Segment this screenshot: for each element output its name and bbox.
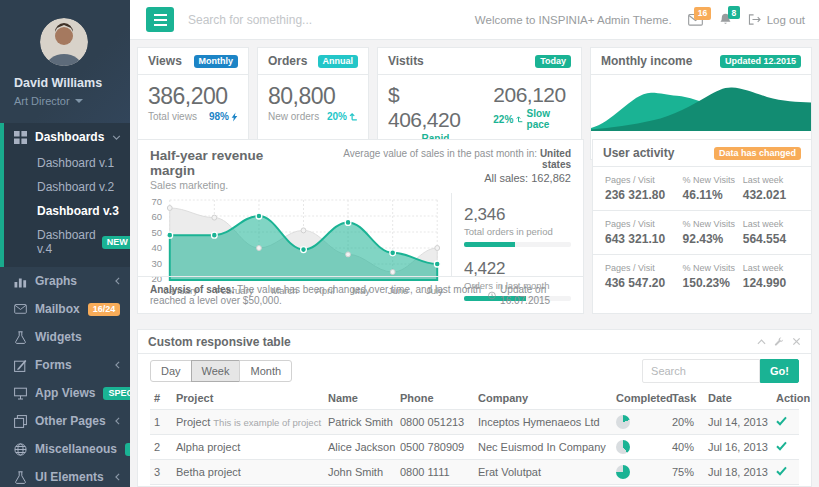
pencil-square-icon — [14, 359, 27, 372]
chevron-left-icon — [115, 361, 120, 369]
table-row: 1 Project This is example of project Pat… — [150, 410, 799, 435]
sidebar-item-label: Forms — [35, 358, 107, 372]
updated-badge: Updated 12.2015 — [720, 55, 801, 68]
pages-visit-label: Pages / Visit — [605, 175, 683, 185]
sidebar-profile: David Williams Art Director — [0, 0, 130, 123]
completed-pie-chart — [616, 465, 630, 479]
table-panel-title: Custom responsive table — [148, 335, 291, 349]
action-check-icon[interactable] — [776, 416, 787, 426]
col-project: Project — [172, 389, 324, 410]
phone-number: 0800 1111 — [396, 460, 474, 485]
y-tick: 30 — [148, 258, 162, 269]
close-panel-icon[interactable] — [792, 337, 801, 346]
contact-name: Alice Jackson — [324, 435, 396, 460]
mailbox-count-badge: 16/24 — [88, 303, 121, 316]
task-percent: 40% — [668, 435, 704, 460]
flask-icon — [14, 471, 27, 484]
new-visits-label: % New Visits — [683, 175, 743, 185]
sidebar-item-graphs[interactable]: Graphs — [0, 267, 130, 295]
action-check-icon[interactable] — [776, 466, 787, 476]
sidebar-item-dashboards[interactable]: Dashboards — [4, 123, 130, 151]
task-percent: 75% — [668, 460, 704, 485]
sidebar-item-label: Graphs — [35, 274, 107, 288]
sidebar-item-dashboard-v3[interactable]: Dashboard v.3 — [4, 199, 130, 223]
hamburger-menu-button[interactable] — [146, 7, 174, 32]
new-badge: NEW — [102, 236, 130, 249]
search-input[interactable] — [188, 13, 428, 27]
last-week-value: 564.554 — [743, 232, 799, 246]
last-week-value: 124.990 — [743, 276, 799, 290]
sidebar-item-dashboard-v2[interactable]: Dashboard v.2 — [4, 175, 130, 199]
sidebar-item-other-pages[interactable]: Other Pages — [0, 407, 130, 435]
custom-table-panel: Custom responsive table Day Week Month — [137, 329, 812, 487]
main-area: Welcome to INSPINIA+ Admin Theme. 16 8 L… — [130, 0, 819, 487]
sidebar-item-ui-elements[interactable]: UI Elements — [0, 463, 130, 487]
completed-pie-chart — [616, 440, 630, 454]
row-number: 2 — [150, 435, 172, 460]
income-title: Monthly income — [601, 54, 692, 68]
update-date: Update on 16.07.2015 — [500, 284, 571, 306]
last-week-value: 432.021 — [743, 188, 799, 202]
table-search-go-button[interactable]: Go! — [760, 359, 799, 383]
analysis-label: Analysis of sales: — [150, 284, 234, 295]
phone-number: 0800 051213 — [396, 410, 474, 435]
subitem-label: Dashboard v.4 — [37, 228, 96, 256]
new-visits-value: 150.23% — [683, 276, 743, 290]
sidebar-item-label: Miscellaneous — [35, 442, 117, 456]
range-month-button[interactable]: Month — [239, 360, 292, 382]
new-visits-value: 92.43% — [683, 232, 743, 246]
sidebar-item-dashboard-v4[interactable]: Dashboard v.4NEW — [4, 223, 130, 261]
table-row: 2 Alpha project Alice Jackson 0500 78090… — [150, 435, 799, 460]
sidebar-item-forms[interactable]: Forms — [0, 351, 130, 379]
project-name: Project — [176, 416, 210, 428]
settings-wrench-icon[interactable] — [774, 337, 784, 347]
user-activity-panel: User activity Data has changed Pages / V… — [592, 139, 812, 314]
sidebar-item-widgets[interactable]: Widgets — [0, 323, 130, 351]
today-badge: Today — [535, 55, 571, 68]
pages-visit-value: 643 321.10 — [605, 232, 683, 246]
sidebar: David Williams Art Director Dashboards D… — [0, 0, 130, 487]
sidebar-item-miscellaneous[interactable]: Miscellaneous NEW — [0, 435, 130, 463]
range-week-button[interactable]: Week — [191, 360, 241, 382]
visits-title: Vistits — [388, 54, 424, 68]
special-badge: SPECIAL — [103, 387, 130, 400]
sidebar-item-mailbox[interactable]: Mailbox 16/24 — [0, 295, 130, 323]
sidebar-item-app-views[interactable]: App Views SPECIAL — [0, 379, 130, 407]
sidebar-item-dashboard-v1[interactable]: Dashboard v.1 — [4, 151, 130, 175]
sidebar-item-label: App Views — [35, 386, 95, 400]
col-action: Action — [772, 389, 799, 410]
collapse-panel-icon[interactable] — [757, 339, 766, 345]
top-navbar: Welcome to INSPINIA+ Admin Theme. 16 8 L… — [130, 0, 819, 40]
table-search-input[interactable] — [642, 359, 760, 383]
action-check-icon[interactable] — [776, 441, 787, 451]
revenue-note: Average value of sales in the past month… — [343, 148, 537, 159]
user-role-dropdown[interactable]: Art Director — [14, 95, 116, 107]
user-role: Art Director — [14, 95, 70, 107]
logout-button[interactable]: Log out — [748, 14, 805, 26]
views-trend: 98% — [209, 111, 229, 122]
table-header-row: # Project Name Phone Company Completed T… — [150, 389, 799, 410]
col-completed: Completed — [612, 389, 668, 410]
project-cell: Alpha project — [172, 435, 324, 460]
range-day-button[interactable]: Day — [150, 360, 192, 382]
annual-badge: Annual — [318, 55, 359, 68]
revenue-chart: 70 60 50 40 30 20 — [138, 193, 451, 276]
alerts-count-badge: 8 — [728, 6, 740, 19]
col-company: Company — [474, 389, 612, 410]
row-number: 3 — [150, 460, 172, 485]
task-percent: 20% — [668, 410, 704, 435]
globe-icon — [14, 443, 27, 456]
project-cell: Betha project — [172, 460, 324, 485]
desktop-icon — [14, 387, 27, 400]
company-name: Inceptos Hymenaeos Ltd — [474, 410, 612, 435]
avatar[interactable] — [40, 18, 88, 66]
col-name: Name — [324, 389, 396, 410]
chevron-left-icon — [115, 417, 120, 425]
bar-chart-icon — [14, 275, 27, 288]
copy-icon — [14, 415, 27, 428]
monthly-badge: Monthly — [194, 55, 239, 68]
orders-trend: 20% — [327, 111, 347, 122]
notifications-button[interactable]: 8 — [719, 13, 732, 26]
messages-button[interactable]: 16 — [688, 14, 703, 26]
sidebar-dashboards-block: Dashboards Dashboard v.1 Dashboard v.2 D… — [0, 123, 130, 267]
